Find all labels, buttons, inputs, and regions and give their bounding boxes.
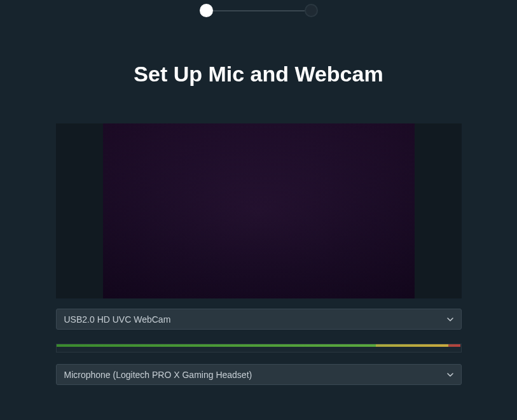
- chevron-down-icon: [447, 316, 453, 323]
- page-title: Set Up Mic and Webcam: [0, 62, 517, 87]
- meter-red-zone: [448, 344, 460, 347]
- setup-content: USB2.0 HD UVC WebCam Microphone (Logitec…: [56, 123, 462, 385]
- webcam-preview-frame: [56, 123, 462, 298]
- meter-track: [57, 344, 461, 347]
- webcam-preview: [103, 123, 415, 298]
- step-dot-2[interactable]: [305, 4, 318, 17]
- meter-yellow-zone: [376, 344, 448, 347]
- webcam-select[interactable]: USB2.0 HD UVC WebCam: [56, 309, 462, 330]
- webcam-select-label: USB2.0 HD UVC WebCam: [64, 314, 171, 325]
- progress-stepper: [0, 0, 517, 17]
- microphone-select-label: Microphone (Logitech PRO X Gaming Headse…: [64, 370, 252, 380]
- mic-level-meter: [56, 344, 462, 353]
- meter-green-zone: [57, 344, 376, 347]
- microphone-select[interactable]: Microphone (Logitech PRO X Gaming Headse…: [56, 364, 462, 385]
- step-dot-1[interactable]: [200, 4, 213, 17]
- step-line: [213, 10, 305, 11]
- chevron-down-icon: [447, 372, 453, 378]
